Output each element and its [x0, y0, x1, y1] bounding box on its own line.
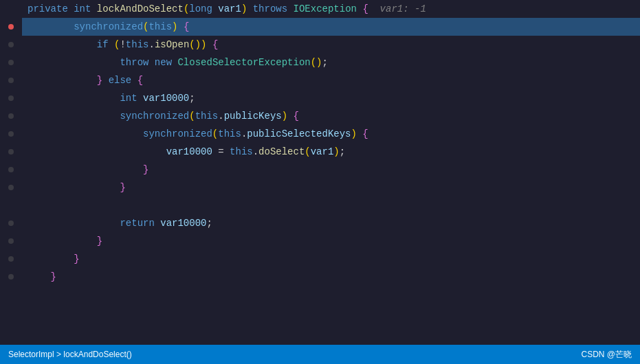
code-line-5: } else {: [22, 71, 640, 89]
line-content-16: }: [22, 268, 640, 286]
code-line-3: if (!this.isOpen()) {: [22, 36, 640, 54]
statusbar-right: CSDN @芒晓: [581, 349, 632, 361]
gutter-icon-8: [0, 143, 22, 161]
code-line-9: var10000 = this.doSelect(var1);: [22, 143, 640, 161]
gutter-icon-7: [0, 125, 22, 143]
line-content-10: }: [22, 161, 640, 179]
line-content-2: synchronized(this) {: [22, 18, 640, 36]
statusbar-brand: CSDN @芒晓: [581, 349, 632, 361]
editor-area: private int lockAndDoSelect(long var1) t…: [0, 0, 640, 345]
code-line-11: }: [22, 179, 640, 196]
gutter-icon-14: [0, 250, 22, 268]
code-section: private int lockAndDoSelect(long var1) t…: [22, 0, 640, 345]
gutter-icon-2: [0, 36, 22, 54]
breadcrumb-text: SelectorImpl > lockAndDoSelect(): [8, 350, 132, 359]
line-content-9: var10000 = this.doSelect(var1);: [22, 143, 640, 161]
line-content-12: [22, 196, 640, 214]
code-line-12: [22, 196, 640, 214]
gutter-icon-1: [0, 18, 22, 36]
gutter-icon-5: [0, 89, 22, 107]
line-content-4: throw new ClosedSelectorException();: [22, 54, 640, 71]
statusbar: SelectorImpl > lockAndDoSelect() CSDN @芒…: [0, 345, 640, 364]
code-line-7: synchronized(this.publicKeys) {: [22, 107, 640, 125]
code-line-8: synchronized(this.publicSelectedKeys) {: [22, 125, 640, 143]
line-content-13: return var10000;: [22, 214, 640, 232]
gutter-icon-4: [0, 71, 22, 89]
gutter-icon-12: [0, 214, 22, 232]
line-content-7: synchronized(this.publicKeys) {: [22, 107, 640, 125]
gutter-icon-15: [0, 268, 22, 286]
line-content-5: } else {: [22, 71, 640, 89]
line-content-3: if (!this.isOpen()) {: [22, 36, 640, 54]
gutter-icon-10: [0, 179, 22, 196]
gutter-icon-0: [0, 0, 22, 18]
line-content-15: }: [22, 250, 640, 268]
code-line-4: throw new ClosedSelectorException();: [22, 54, 640, 71]
code-line-2: synchronized(this) {: [22, 18, 640, 36]
code-line-15: }: [22, 250, 640, 268]
gutter-icon-6: [0, 107, 22, 125]
code-line-10: }: [22, 161, 640, 179]
gutter-icon-3: [0, 54, 22, 71]
gutter-icon-11: [0, 196, 22, 214]
line-content-11: }: [22, 179, 640, 196]
code-line-1: private int lockAndDoSelect(long var1) t…: [22, 0, 640, 18]
gutter-icon-9: [0, 161, 22, 179]
gutter: [0, 0, 22, 345]
code-line-6: int var10000;: [22, 89, 640, 107]
code-line-16: }: [22, 268, 640, 286]
line-content-1: private int lockAndDoSelect(long var1) t…: [22, 0, 640, 18]
gutter-icon-13: [0, 232, 22, 250]
line-content-8: synchronized(this.publicSelectedKeys) {: [22, 125, 640, 143]
code-line-14: }: [22, 232, 640, 250]
statusbar-breadcrumb: SelectorImpl > lockAndDoSelect(): [8, 350, 132, 359]
line-content-6: int var10000;: [22, 89, 640, 107]
code-line-13: return var10000;: [22, 214, 640, 232]
code-content[interactable]: private int lockAndDoSelect(long var1) t…: [22, 0, 640, 345]
line-content-14: }: [22, 232, 640, 250]
